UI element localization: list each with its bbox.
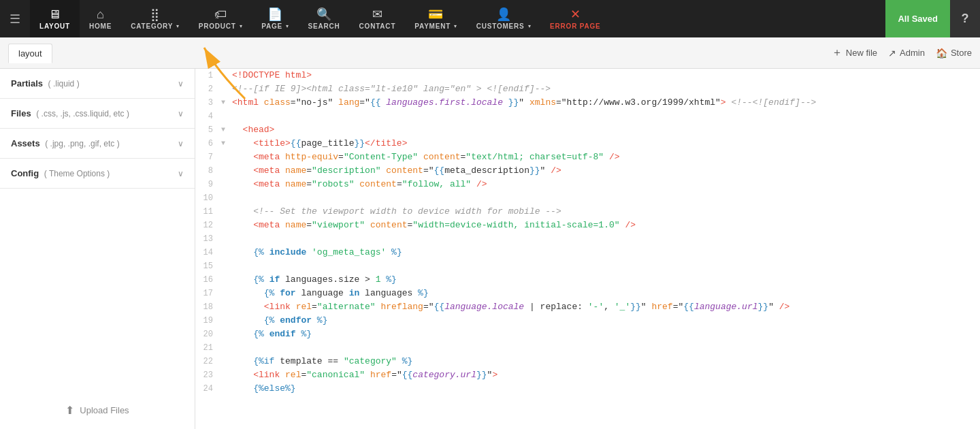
- contact-icon: ✉: [372, 8, 383, 20]
- nav-item-customers[interactable]: 👤 CUSTOMERS ▾: [467, 0, 540, 37]
- page-dropdown-arrow: ▾: [286, 23, 289, 29]
- store-icon: 🏠: [936, 48, 947, 59]
- code-line-2: 2 <!--[if IE 9]><html class="lt-ie10" la…: [195, 82, 980, 96]
- admin-icon: ↗: [888, 48, 896, 59]
- editor-area[interactable]: 1 <!DOCTYPE html> 2 <!--[if IE 9]><html …: [195, 69, 980, 429]
- nav-item-product[interactable]: 🏷 PRODUCT ▾: [189, 0, 252, 37]
- code-line-10: 10: [195, 191, 980, 205]
- code-line-20: 20 {% endif %}: [195, 328, 980, 341]
- product-dropdown-arrow: ▾: [240, 23, 243, 29]
- sidebar-section-assets: Assets ( .jpg, .png, .gif, etc ) ∨: [0, 129, 195, 159]
- config-title: Config ( Theme Options ): [11, 168, 110, 178]
- sidebar: Partials ( .liquid ) ∨ Files ( .css, .js…: [0, 69, 195, 429]
- upload-label: Upload Files: [80, 405, 129, 415]
- code-line-6: 6 ▼ <title>{{page_title}}</title>: [195, 137, 980, 150]
- store-link[interactable]: 🏠 Store: [936, 48, 972, 59]
- store-label: Store: [951, 48, 972, 58]
- code-line-9: 9 <meta name="robots" content="follow, a…: [195, 178, 980, 191]
- assets-title: Assets ( .jpg, .png, .gif, etc ): [11, 138, 120, 148]
- partials-chevron: ∨: [178, 79, 184, 89]
- code-line-8: 8 <meta name="description" content="{{me…: [195, 164, 980, 178]
- code-line-11: 11 <!-- Set the viewport width to device…: [195, 205, 980, 219]
- home-icon: ⌂: [97, 8, 104, 20]
- files-title: Files ( .css, .js, .css.liquid, etc ): [11, 108, 129, 118]
- page-icon: 📄: [267, 8, 283, 20]
- category-label: CATEGORY: [131, 22, 173, 30]
- top-nav: ☰ 🖥 LAYOUT ⌂ HOME ⣿ CATEGORY ▾ 🏷 PRODUCT…: [0, 0, 980, 37]
- error-page-label: ERROR PAGE: [550, 22, 601, 30]
- nav-item-category[interactable]: ⣿ CATEGORY ▾: [121, 0, 189, 37]
- nav-item-page[interactable]: 📄 PAGE ▾: [252, 0, 298, 37]
- code-line-18: 18 <link rel="alternate" hreflang="{{lan…: [195, 300, 980, 314]
- code-line-13: 13: [195, 232, 980, 246]
- sidebar-assets-header[interactable]: Assets ( .jpg, .png, .gif, etc ) ∨: [0, 129, 195, 158]
- contact-label: CONTACT: [359, 22, 396, 30]
- nav-item-layout[interactable]: 🖥 LAYOUT: [30, 0, 80, 37]
- code-line-14: 14 {% include 'og_meta_tags' %}: [195, 246, 980, 259]
- category-icon: ⣿: [150, 8, 160, 20]
- payment-dropdown-arrow: ▾: [454, 23, 457, 29]
- upload-icon: ⬆: [65, 404, 74, 417]
- customers-dropdown-arrow: ▾: [528, 23, 532, 29]
- nav-item-search[interactable]: 🔍 SEARCH: [299, 0, 350, 37]
- admin-label: Admin: [900, 48, 925, 58]
- layout-icon: 🖥: [48, 8, 61, 20]
- product-icon: 🏷: [214, 8, 227, 20]
- admin-link[interactable]: ↗ Admin: [888, 48, 925, 59]
- sidebar-config-header[interactable]: Config ( Theme Options ) ∨: [0, 159, 195, 188]
- files-chevron: ∨: [178, 109, 184, 118]
- nav-right: All Saved ?: [885, 0, 980, 37]
- assets-chevron: ∨: [178, 139, 184, 148]
- new-file-label: New file: [846, 48, 877, 58]
- nav-item-home[interactable]: ⌂ HOME: [80, 0, 121, 37]
- code-line-1: 1 <!DOCTYPE html>: [195, 69, 980, 82]
- nav-item-contact[interactable]: ✉ CONTACT: [350, 0, 406, 37]
- code-line-24: 24 {%else%}: [195, 382, 980, 396]
- category-dropdown-arrow: ▾: [176, 23, 180, 29]
- code-line-21: 21: [195, 341, 980, 355]
- nav-items: 🖥 LAYOUT ⌂ HOME ⣿ CATEGORY ▾ 🏷 PRODUCT ▾…: [30, 0, 885, 37]
- search-label: SEARCH: [308, 22, 340, 30]
- code-line-3: 3 ▼ <html class="no-js" lang="{{ languag…: [195, 96, 980, 110]
- hamburger-button[interactable]: ☰: [0, 0, 30, 37]
- nav-item-error-page[interactable]: ✕ ERROR PAGE: [540, 0, 610, 37]
- code-line-7: 7 <meta http-equiv="Content-Type" conten…: [195, 150, 980, 164]
- home-label: HOME: [89, 22, 112, 30]
- page-label: PAGE: [261, 22, 282, 30]
- second-bar: layout ＋ New file ↗ Admin 🏠 Store: [0, 37, 980, 69]
- payment-icon: 💳: [428, 8, 444, 20]
- new-file-button[interactable]: ＋ New file: [832, 46, 877, 60]
- payment-label: PAYMENT: [414, 22, 451, 30]
- partials-title: Partials ( .liquid ): [11, 78, 80, 89]
- all-saved-button[interactable]: All Saved: [885, 0, 950, 37]
- code-line-12: 12 <meta name="viewport" content="width=…: [195, 219, 980, 232]
- main-layout: Partials ( .liquid ) ∨ Files ( .css, .js…: [0, 69, 980, 429]
- customers-label: CUSTOMERS: [476, 22, 525, 30]
- error-page-icon: ✕: [570, 8, 581, 20]
- second-bar-actions: ＋ New file ↗ Admin 🏠 Store: [832, 46, 972, 60]
- nav-item-payment[interactable]: 💳 PAYMENT ▾: [405, 0, 466, 37]
- code-line-5: 5 ▼ <head>: [195, 123, 980, 137]
- code-line-22: 22 {%if template == "category" %}: [195, 355, 980, 368]
- code-line-15: 15: [195, 259, 980, 273]
- search-icon: 🔍: [316, 8, 332, 20]
- code-line-4: 4: [195, 110, 980, 123]
- product-label: PRODUCT: [199, 22, 236, 30]
- upload-files-button[interactable]: ⬆ Upload Files: [0, 392, 195, 429]
- help-button[interactable]: ?: [950, 0, 980, 37]
- code-line-19: 19 {% endfor %}: [195, 314, 980, 328]
- sidebar-section-partials: Partials ( .liquid ) ∨: [0, 69, 195, 99]
- sidebar-partials-header[interactable]: Partials ( .liquid ) ∨: [0, 69, 195, 98]
- layout-label: LAYOUT: [39, 22, 70, 30]
- sidebar-section-files: Files ( .css, .js, .css.liquid, etc ) ∨: [0, 99, 195, 129]
- sidebar-files-header[interactable]: Files ( .css, .js, .css.liquid, etc ) ∨: [0, 99, 195, 128]
- code-line-16: 16 {% if languages.size > 1 %}: [195, 273, 980, 287]
- customers-icon: 👤: [496, 8, 512, 20]
- code-line-23: 23 <link rel="canonical" href="{{categor…: [195, 368, 980, 382]
- sidebar-section-config: Config ( Theme Options ) ∨: [0, 159, 195, 189]
- new-file-icon: ＋: [832, 46, 843, 60]
- code-editor[interactable]: 1 <!DOCTYPE html> 2 <!--[if IE 9]><html …: [195, 69, 980, 429]
- code-line-17: 17 {% for language in languages %}: [195, 287, 980, 300]
- config-chevron: ∨: [178, 169, 184, 178]
- layout-tab[interactable]: layout: [8, 44, 52, 63]
